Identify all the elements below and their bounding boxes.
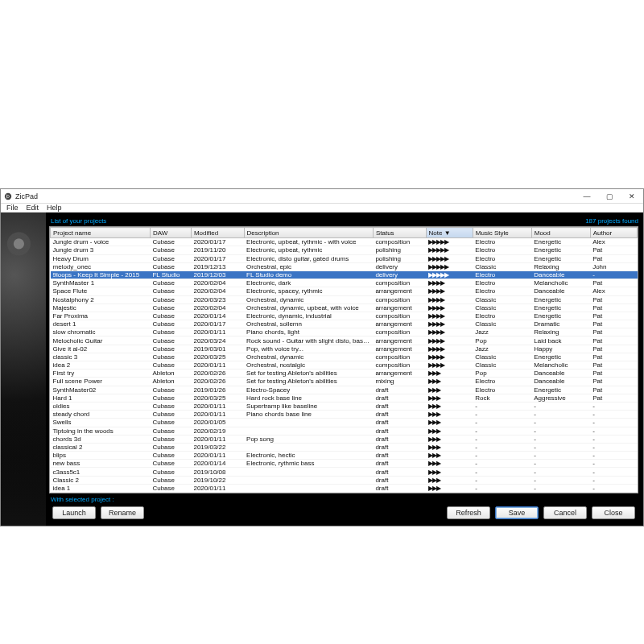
table-row[interactable]: Tiptoing in the woodsCubase2020/02/19dra… [51,427,638,435]
cell-status: composition [373,361,426,369]
cell-author: - [590,435,637,443]
table-row[interactable]: Nostalphony 2Cubase2020/03/23Orchestral,… [51,295,638,303]
table-row[interactable]: SynthMaster02Cubase2019/01/26Electro-Spa… [51,386,638,394]
table-row[interactable]: idea 2Cubase2020/01/11Orchestral, nostal… [51,361,638,369]
save-button[interactable]: Save [495,506,539,519]
cell-name: Jungle drum 3 [51,246,151,254]
table-row[interactable]: new bassCubase2020/01/14Electronic, ryth… [51,460,638,468]
menu-help[interactable]: Help [43,204,66,212]
titlebar[interactable]: ZicPad — ▢ ✕ [1,189,643,204]
col-author[interactable]: Author [590,228,637,238]
table-row[interactable]: Hard 1Cubase2020/03/25Hard rock base lin… [51,394,638,402]
menu-file[interactable]: File [2,204,23,212]
cell-style: Pop [473,369,531,378]
col-music-style[interactable]: Music Style [473,228,531,238]
cell-style: Jazz [473,345,531,353]
cell-note: ▶▶▶ [426,484,473,492]
col-mood[interactable]: Mood [531,228,590,238]
table-row[interactable]: idea 1Cubase2020/01/11draft▶▶▶--- [51,484,638,492]
cell-note: ▶▶▶ [426,452,473,460]
cell-author: Pat [590,320,637,328]
table-row[interactable]: Space FluteCubase2020/02/04Electronic, s… [51,287,638,295]
table-row[interactable]: steady chordCubase2020/01/11Piano chords… [51,411,638,419]
cell-status: mixing [373,378,426,386]
projects-table[interactable]: Project name DAW Modified Description St… [49,226,638,493]
close-button[interactable]: Close [592,506,635,519]
table-row[interactable]: Heavy DrumCubase2020/01/17Electronic, di… [51,254,638,262]
table-row[interactable]: Jungle drum 3Cubase2019/11/20Electronic,… [51,246,638,254]
table-row[interactable]: Melocholic GuitarCubase2020/03/24Rock so… [51,336,638,345]
col-daw[interactable]: DAW [150,228,191,238]
table-row[interactable]: First tryAbleton2020/02/26Set for testin… [51,369,638,378]
launch-button[interactable]: Launch [52,506,96,519]
table-row[interactable]: SwellsCubase2020/01/05draft▶▶▶--- [51,419,638,427]
table-row[interactable]: classic 3Cubase2020/03/25Orchestral, dyn… [51,353,638,361]
menu-edit[interactable]: Edit [23,204,43,212]
table-row[interactable]: desert 1Cubase2020/01/17Orchestral, soll… [51,320,638,328]
cell-status: composition [373,328,426,336]
cell-status: draft [373,460,426,468]
table-row[interactable]: Jungle drum - voiceCubase2020/01/17Elect… [51,238,638,246]
cell-author: Pat [590,254,637,262]
cell-daw: Cubase [150,328,191,336]
cell-note: ▶▶▶ [426,402,473,410]
table-row[interactable]: oldiesCubase2020/01/11Supertramp like ba… [51,402,638,410]
table-row[interactable]: chords 3dCubase2020/01/11Pop songdraft▶▶… [51,435,638,443]
table-row[interactable]: slow chromaticCubase2020/01/11Piano chor… [51,328,638,336]
cell-daw: Cubase [150,287,191,295]
cell-style: Electro [473,279,531,287]
window-close-button[interactable]: ✕ [621,189,643,204]
cell-description: Electronic, dynamic, industrial [244,312,373,320]
cell-status: draft [373,419,426,427]
table-row[interactable]: SynthMaster 1Cubase2020/02/04Electronic,… [51,279,638,287]
cell-daw: Cubase [150,443,191,451]
cell-style: - [473,427,531,435]
col-project-name[interactable]: Project name [51,228,151,238]
cell-description: FL Studio demo [244,270,373,279]
table-row[interactable]: 9loops - Keep It Simple - 2015FL Studio2… [51,270,638,279]
window-minimize-button[interactable]: — [576,189,598,204]
cell-mood: Energetic [531,386,590,394]
cell-author: Pat [590,303,637,312]
table-row[interactable]: Give it al-02Cubase2019/03/01Pop, with v… [51,345,638,353]
cell-description: Pop song [244,435,373,443]
cell-modified: 2019/11/20 [191,246,244,254]
cell-mood: - [531,468,590,476]
refresh-button[interactable]: Refresh [447,506,490,519]
cell-description: Rock sound - Guitar with slight disto, b… [244,336,373,345]
cell-note: ▶▶▶▶ [426,320,473,328]
table-row[interactable]: melody_onecCubase2019/12/13Orchestral, e… [51,262,638,270]
cell-description: Electronic, hectic [244,452,373,460]
cell-author: Pat [590,378,637,386]
cell-author: Pat [590,312,637,320]
col-description[interactable]: Description [244,228,373,238]
cell-name: First try [51,369,151,378]
cell-author: Pat [590,328,637,336]
table-row[interactable]: MajesticCubase2020/02/04Orchestral, dyna… [51,303,638,312]
cell-mood: - [531,435,590,443]
cell-name: Tiptoing in the woods [51,427,151,435]
cell-description: Orchestral, epic [244,262,373,270]
cell-author: Alex [590,287,637,295]
cell-author: Pat [590,295,637,303]
cell-author: - [590,452,637,460]
cell-author: Pat [590,394,637,402]
cell-modified: 2019/03/01 [191,345,244,353]
window-maximize-button[interactable]: ▢ [598,189,621,204]
table-row[interactable]: blipsCubase2020/01/11Electronic, hecticd… [51,452,638,460]
cancel-button[interactable]: Cancel [543,506,587,519]
col-modified[interactable]: Modified [191,228,244,238]
table-row[interactable]: c3ass5c1Cubase2019/10/08draft▶▶▶--- [51,468,638,476]
col-status[interactable]: Status [373,228,426,238]
col-note[interactable]: Note ▼ [426,228,473,238]
cell-style: Electro [473,386,531,394]
table-row[interactable]: Full scene PowerAbleton2020/02/26Set for… [51,378,638,386]
cell-name: Nostalphony 2 [51,295,151,303]
cell-modified: 2020/01/17 [191,320,244,328]
table-row[interactable]: Classic 2Cubase2019/10/22draft▶▶▶--- [51,476,638,484]
project-count: 187 projects found [585,217,638,225]
table-row[interactable]: Far ProximaCubase2020/01/14Electronic, d… [51,312,638,320]
cell-description: Piano chords base line [244,411,373,419]
rename-button[interactable]: Rename [101,506,144,519]
table-row[interactable]: classical 2Cubase2019/03/22draft▶▶▶--- [51,443,638,451]
